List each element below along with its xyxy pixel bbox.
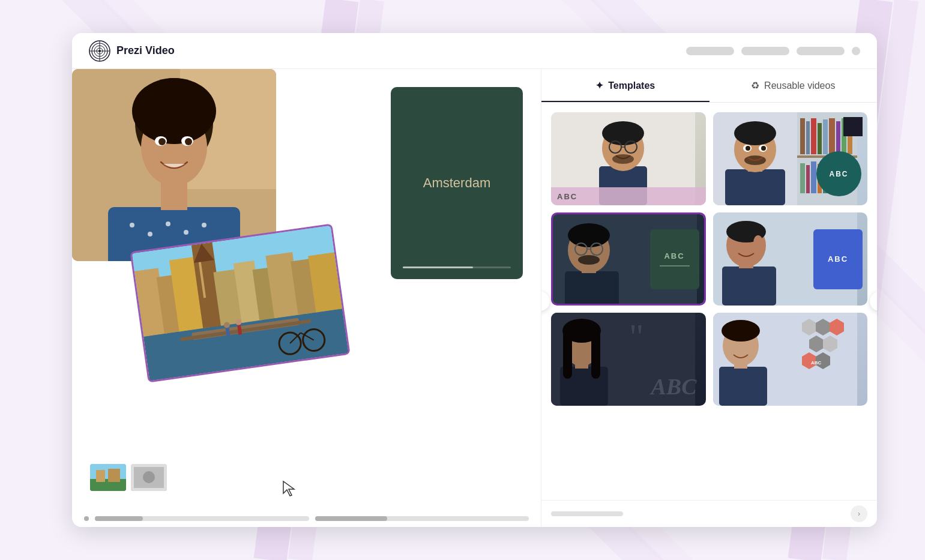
- card-1-bg: ABC: [551, 112, 706, 205]
- svg-rect-77: [806, 165, 810, 193]
- slide-title-text: Amsterdam: [423, 175, 490, 191]
- svg-point-16: [184, 230, 188, 235]
- left-panel: Amsterdam: [72, 69, 541, 527]
- topbar-control-1: [686, 47, 734, 55]
- thumbnail-1[interactable]: [90, 464, 126, 491]
- svg-rect-51: [108, 469, 120, 482]
- thumbnail-strip: [90, 464, 167, 491]
- scroll-dot: [84, 516, 89, 521]
- svg-point-84: [734, 121, 776, 145]
- presenter-photo: [72, 69, 276, 261]
- card-5-label: ABC: [651, 374, 696, 399]
- svg-rect-72: [836, 121, 840, 154]
- tab-templates[interactable]: ✦ Templates: [541, 69, 710, 102]
- main-window: Prezi Video: [72, 33, 877, 527]
- svg-point-63: [612, 154, 634, 164]
- topbar-control-2: [741, 47, 789, 55]
- svg-rect-50: [96, 470, 105, 482]
- svg-text:ABC: ABC: [811, 360, 822, 366]
- svg-rect-111: [591, 331, 600, 379]
- svg-rect-76: [800, 163, 805, 193]
- card-6-bg: ABC: [713, 313, 868, 406]
- prezi-logo-icon: [89, 40, 110, 62]
- svg-point-11: [132, 78, 216, 144]
- mouse-cursor: [282, 480, 297, 497]
- template-card-1[interactable]: ABC: [551, 112, 706, 205]
- svg-point-117: [722, 320, 760, 342]
- tab-reusable-videos[interactable]: ♻ Reusable videos: [710, 69, 878, 102]
- right-scroll-track[interactable]: [551, 511, 623, 516]
- svg-point-14: [148, 232, 152, 236]
- card-3-bg: ABC: [553, 214, 704, 304]
- template-card-4[interactable]: ABC: [713, 212, 868, 306]
- topbar-control-3: [797, 47, 845, 55]
- card-2-label: ABC: [830, 170, 849, 178]
- card-1-label: ABC: [557, 192, 577, 201]
- svg-rect-78: [811, 161, 816, 193]
- presentation-slide: Amsterdam: [391, 87, 523, 279]
- app-title: Prezi Video: [116, 44, 175, 57]
- tab-templates-label: Templates: [608, 80, 655, 91]
- svg-point-88: [746, 146, 750, 151]
- template-grid-area: ‹ ›: [541, 103, 877, 500]
- thumbnail-2[interactable]: [131, 464, 167, 491]
- card-2-bg: ABC: [713, 112, 868, 205]
- svg-rect-70: [823, 119, 828, 154]
- slide-progress-bar: [403, 266, 511, 268]
- top-bar-controls: [686, 47, 860, 55]
- svg-text:": ": [629, 317, 644, 357]
- svg-rect-68: [811, 118, 816, 154]
- svg-rect-71: [829, 118, 835, 154]
- svg-rect-110: [563, 331, 572, 379]
- templates-icon: ✦: [595, 80, 603, 91]
- scroll-thumb[interactable]: [95, 516, 143, 521]
- right-nav-arrow[interactable]: ›: [851, 505, 867, 522]
- svg-point-94: [568, 223, 610, 247]
- left-panel-scrollbar[interactable]: [84, 516, 529, 521]
- svg-point-13: [130, 223, 134, 227]
- card-4-label: ABC: [828, 254, 848, 263]
- template-card-3[interactable]: ABC: [551, 212, 706, 306]
- card-3-label: ABC: [664, 251, 684, 260]
- right-panel-bottom: ›: [541, 500, 877, 527]
- svg-point-15: [166, 221, 170, 226]
- svg-point-98: [578, 255, 600, 265]
- card-4-bg: ABC: [713, 212, 868, 306]
- template-card-2[interactable]: ABC: [713, 112, 868, 205]
- svg-rect-100: [722, 266, 776, 306]
- right-panel: ✦ Templates ♻ Reusable videos ‹ ›: [541, 69, 877, 527]
- svg-rect-66: [800, 118, 805, 154]
- top-bar: Prezi Video: [72, 33, 877, 69]
- svg-point-22: [185, 138, 192, 145]
- svg-point-17: [202, 223, 206, 227]
- amsterdam-photo: [130, 223, 350, 382]
- svg-point-54: [143, 471, 155, 483]
- topbar-menu-dot[interactable]: [852, 47, 860, 55]
- scroll-track-2[interactable]: [315, 516, 529, 521]
- presenter-photo-inner: [72, 69, 276, 261]
- content-area: Amsterdam: [72, 69, 877, 527]
- scroll-thumb-2[interactable]: [315, 516, 387, 521]
- grid-nav-left[interactable]: ‹: [541, 292, 550, 311]
- tab-reusable-label: Reusable videos: [764, 80, 835, 91]
- svg-rect-69: [818, 123, 822, 154]
- template-grid: ABC: [551, 112, 867, 406]
- card-5-bg: " ABC: [551, 313, 706, 406]
- logo-area: Prezi Video: [89, 40, 175, 62]
- grid-nav-right[interactable]: ›: [870, 292, 877, 311]
- slide-progress-fill: [403, 266, 473, 268]
- svg-point-21: [158, 138, 166, 145]
- scroll-track[interactable]: [95, 516, 309, 521]
- svg-rect-91: [565, 271, 619, 306]
- svg-rect-81: [725, 169, 785, 205]
- svg-rect-114: [719, 367, 767, 406]
- template-card-6[interactable]: ABC: [713, 313, 868, 406]
- svg-point-89: [761, 146, 766, 151]
- reusable-icon: ♻: [751, 80, 759, 91]
- svg-rect-18: [161, 180, 187, 210]
- svg-point-104: [753, 235, 763, 250]
- svg-rect-67: [806, 121, 810, 154]
- tab-bar: ✦ Templates ♻ Reusable videos: [541, 69, 877, 103]
- template-card-5[interactable]: " ABC: [551, 313, 706, 406]
- svg-point-59: [602, 121, 644, 145]
